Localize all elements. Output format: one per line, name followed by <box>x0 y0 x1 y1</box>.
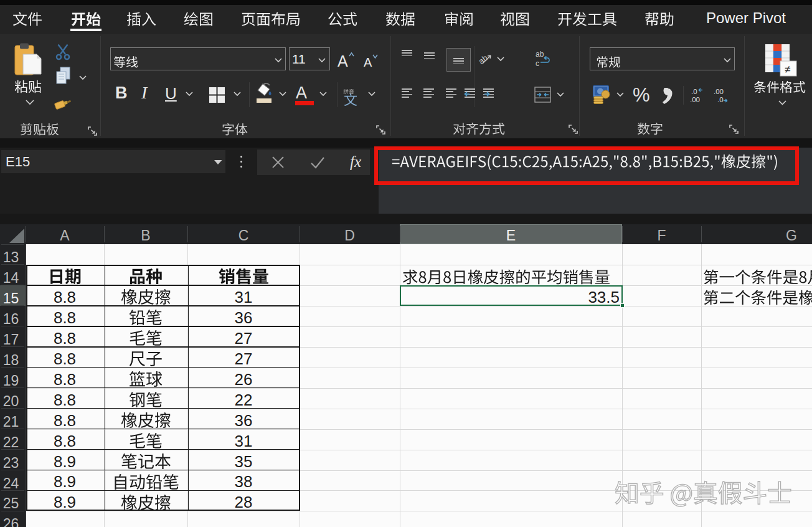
svg-text:.0: .0 <box>691 88 697 95</box>
svg-text:≠: ≠ <box>785 64 790 75</box>
svg-text:.0: .0 <box>717 96 724 103</box>
svg-text:ab: ab <box>478 53 489 66</box>
svg-text:.00: .00 <box>714 88 724 95</box>
svg-text:.00: .00 <box>690 96 700 103</box>
svg-text:c: c <box>536 59 539 67</box>
svg-text:ab: ab <box>536 50 544 59</box>
